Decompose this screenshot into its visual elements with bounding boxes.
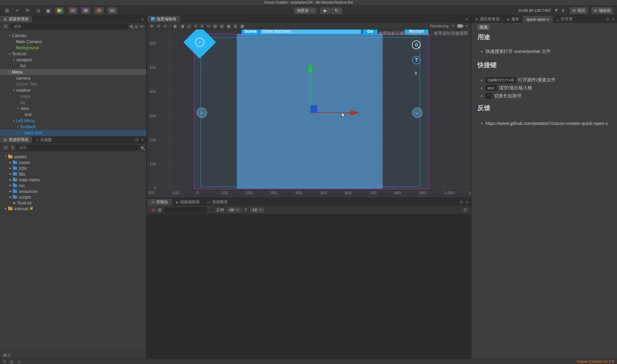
sort-assets-icon[interactable]: ⇅	[11, 145, 14, 150]
align-middle-icon[interactable]: ⊞	[201, 24, 204, 28]
camera-icon[interactable]	[457, 24, 462, 28]
tab-animation-editor[interactable]: ◈ 动画编辑器	[172, 199, 203, 205]
tree-node-left-menu[interactable]: ▼Left Menu	[0, 118, 146, 124]
rendering-dropdown[interactable]: Rendering	[430, 24, 448, 28]
tab-cloud-functions[interactable]: ◇ 云函数	[32, 136, 55, 143]
tree-node-viewport[interactable]: ▼viewport	[0, 57, 146, 63]
align-bottom-icon[interactable]: ⊡	[207, 24, 210, 28]
expander-icon[interactable]: ▶	[9, 178, 12, 181]
scene-canvas[interactable]: 600 500 400 300 200 100 0 -200 -100 0 10…	[147, 29, 471, 197]
text-input-sprite[interactable]: Enter text here...	[260, 29, 362, 35]
align-left-icon[interactable]: ◧	[174, 24, 177, 28]
expander-icon[interactable]: ▼	[12, 89, 15, 92]
play-button[interactable]: ▶	[320, 7, 331, 14]
zoom-out-icon[interactable]: ⊖	[157, 24, 160, 28]
tab-console[interactable]: ≫ 控制台	[147, 199, 172, 205]
scale-tool-button[interactable]: ⇲	[35, 7, 41, 14]
hierarchy-search-input[interactable]	[11, 24, 128, 29]
gizmo-y-arrowhead[interactable]	[308, 62, 313, 72]
expander-icon[interactable]: ▶	[9, 173, 12, 175]
locate-node-icon[interactable]: ◎	[135, 24, 138, 29]
search-circle-sprite[interactable]	[412, 40, 421, 49]
tab-inspector[interactable]: ⚙ 属性检查器	[471, 16, 503, 22]
scene-label-sprite[interactable]: Scene	[242, 29, 259, 35]
expander-icon[interactable]: ▶	[4, 207, 7, 210]
tab-services[interactable]: ◈ 服务	[503, 16, 523, 22]
tree-node-testlist[interactable]: ▼TestList	[0, 51, 146, 57]
back-icon-sprite[interactable]: ‹	[195, 38, 204, 47]
expander-icon[interactable]: ▶	[9, 190, 12, 193]
match-width-icon[interactable]: ▦	[227, 24, 230, 28]
assets-popout-icon[interactable]: ⊡	[135, 138, 138, 142]
tree-node-main-camera[interactable]: Main Camera	[0, 39, 146, 45]
tree-node-btnback[interactable]: ▼btnBack	[0, 124, 146, 130]
align-center-h-icon[interactable]: ◫	[187, 24, 191, 28]
expander-ic[interactable]: ▼	[12, 59, 15, 61]
create-node-button[interactable]: +	[3, 24, 9, 29]
move-tool-button[interactable]: +	[14, 7, 21, 14]
console-menu-icon[interactable]: ≡	[466, 200, 468, 204]
gizmo-origin-handle[interactable]	[310, 105, 317, 113]
console-filter-input[interactable]	[164, 207, 207, 213]
go-button-sprite[interactable]: Go	[363, 29, 377, 35]
expander-icon[interactable]: ▶	[9, 167, 12, 170]
help-circle-sprite[interactable]: ?	[412, 56, 421, 64]
preview-target-select[interactable]: 浏览器 ▼	[294, 7, 317, 14]
gizmo-x-arrowhead[interactable]	[350, 110, 360, 115]
tab-game-preview[interactable]: ▭ 游戏预览	[203, 199, 231, 205]
hierarchy-menu-icon[interactable]: ≡	[141, 17, 143, 21]
tree-node-mask[interactable]: mask	[0, 93, 146, 99]
open-project-button[interactable]: ▤ 项目	[570, 7, 588, 14]
console-output[interactable]	[147, 215, 471, 359]
refresh-preview-button[interactable]: ↻	[331, 7, 342, 14]
assets-search-icon[interactable]	[141, 146, 143, 149]
distribute-h-icon[interactable]: ▤	[213, 24, 217, 28]
nav-left-button-sprite[interactable]: ◀	[197, 108, 207, 118]
assets-menu-icon[interactable]: ≡	[141, 138, 143, 142]
zoom-reset-icon[interactable]: ⊙	[164, 24, 167, 28]
expander-icon[interactable]: ▼	[8, 53, 11, 55]
rotate-tool-button[interactable]: ⟳	[24, 7, 31, 14]
tree-node-background[interactable]: Background	[0, 45, 146, 51]
console-popout-icon[interactable]: ⊡	[460, 200, 463, 204]
tab-scene-editor[interactable]: 场景编辑器	[147, 16, 180, 22]
expander-icon[interactable]: ▼	[8, 71, 11, 74]
asset-folder-res[interactable]: ▶res	[0, 183, 146, 188]
tree-node-list[interactable]: list	[0, 63, 146, 69]
rect-tool-button[interactable]: ▣	[45, 7, 52, 14]
zoom-in-icon[interactable]: ⊕	[150, 24, 153, 28]
log-status-icon[interactable]: ▤	[10, 359, 13, 364]
tree-node-text[interactable]: text	[0, 112, 146, 118]
asset-folder-assets[interactable]: ▼assets	[0, 154, 146, 160]
right-menu-icon[interactable]: ≡	[612, 17, 614, 21]
tree-node-readme[interactable]: ▼readme	[0, 87, 146, 93]
open-editor-button[interactable]: ▤ 编辑器	[591, 7, 613, 14]
match-size-icon[interactable]: ▩	[240, 24, 244, 28]
create-asset-button[interactable]: +	[3, 145, 9, 150]
chevron-down-sprite[interactable]: ∨	[414, 70, 418, 76]
asset-file-testlist[interactable]: ◆TestList	[0, 200, 146, 206]
asset-folder-libs[interactable]: ▶libs	[0, 171, 146, 177]
asset-folder-i18n[interactable]: ▶i18n	[0, 165, 146, 171]
tree-node-scene-title[interactable]: Scene Title	[0, 81, 146, 87]
match-height-icon[interactable]: ▧	[234, 24, 237, 28]
tab-hierarchy[interactable]: ▦ 层级管理器	[0, 16, 32, 22]
regex-checkbox[interactable]	[210, 208, 213, 212]
tree-node-canvas[interactable]: ▼Canvas	[0, 33, 146, 39]
3d-toggle-button[interactable]: 3D	[107, 7, 118, 14]
search-icon[interactable]	[130, 25, 133, 28]
expander-icon[interactable]: ▼	[12, 119, 15, 122]
eye-status-icon[interactable]: ◎	[17, 359, 20, 364]
nav-right-button-sprite[interactable]: ▶	[412, 108, 422, 118]
align-top-icon[interactable]: ⊟	[194, 24, 197, 28]
tree-node-view[interactable]: ▼view	[0, 105, 146, 112]
quick-open-search-button[interactable]: 搜索	[477, 24, 490, 30]
expander-icon[interactable]: ▶	[9, 196, 12, 198]
expand-console-icon[interactable]: ⊡	[464, 208, 467, 212]
tree-node-camera[interactable]: camera	[0, 75, 146, 81]
right-popout-icon[interactable]: ⊡	[606, 17, 609, 21]
tree-node-bg[interactable]: bg	[0, 99, 146, 105]
asset-folder-scripts[interactable]: ▶scripts	[0, 194, 146, 200]
open-log-file-icon[interactable]: ▤	[158, 208, 162, 212]
refresh-hierarchy-icon[interactable]: ⟳	[140, 24, 143, 29]
